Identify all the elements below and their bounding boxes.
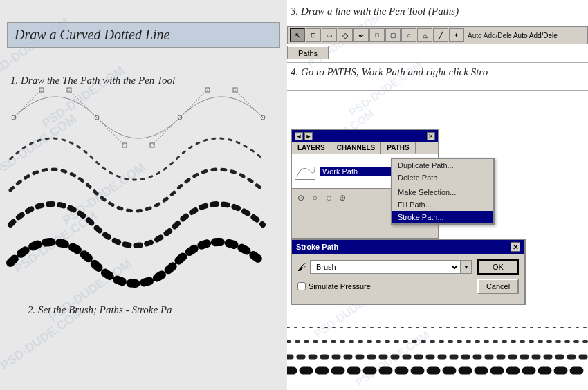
divider-2	[287, 90, 588, 91]
step2-label: 2. Set the Brush; Paths - Stroke Pa	[28, 304, 172, 316]
context-stroke-path[interactable]: Stroke Path...	[392, 211, 493, 223]
dialog-body: 🖌 Brush ▼ OK Simulate Pressure Cancel	[292, 254, 524, 304]
path-select-btn[interactable]: ⊡	[306, 28, 321, 42]
dialog-titlebar: Stroke Path ✕	[292, 240, 524, 254]
context-duplicate-path[interactable]: Duplicate Path...	[392, 159, 493, 171]
svg-line-7	[152, 118, 180, 145]
title-banner: Draw a Curved Dotted Line	[7, 22, 280, 48]
path-thumbnail	[295, 162, 315, 180]
panel-collapse-btn[interactable]: ◄	[295, 132, 303, 140]
bottom-dotted-lines	[287, 321, 588, 376]
circle-btn[interactable]: ○	[308, 192, 322, 204]
tab-paths[interactable]: PATHS	[381, 142, 415, 154]
divider-1	[287, 62, 588, 63]
select-arrow[interactable]: ▼	[461, 260, 472, 274]
svg-line-4	[14, 90, 42, 118]
context-delete-path[interactable]: Delete Path	[392, 171, 493, 184]
dotted-circle-btn[interactable]: ⊙	[294, 192, 308, 204]
context-menu: Duplicate Path... Delete Path Make Selec…	[391, 158, 495, 225]
context-fill-path[interactable]: Fill Path...	[392, 198, 493, 211]
stroke-path-dialog: Stroke Path ✕ 🖌 Brush ▼ OK Simulate Pres…	[291, 239, 526, 305]
shape-custom-btn[interactable]: ✦	[449, 28, 464, 42]
shape-poly-btn[interactable]: △	[417, 28, 432, 42]
page-title: Draw a Curved Dotted Line	[15, 27, 169, 42]
left-panel: PSD-DUDE.COM PSD-DUDE.COM PSD-DUDE.COM P…	[0, 0, 287, 390]
paths-tab-label: Paths	[298, 49, 318, 57]
simulate-pressure-checkbox[interactable]	[297, 282, 306, 290]
shape-ellipse-btn[interactable]: ○	[401, 28, 416, 42]
wave-illustration	[0, 83, 287, 311]
step1-label: 1. Draw the The Path with the Pen Tool	[10, 75, 175, 86]
tool-row: 🖌 Brush ▼ OK	[297, 259, 519, 275]
tab-layers[interactable]: LAYERS	[292, 142, 331, 154]
panel-expand-btn[interactable]: ►	[304, 132, 313, 140]
shape-rect-btn[interactable]: □	[369, 28, 385, 42]
paths-tab-indicator: Paths	[287, 46, 329, 59]
simulate-pressure-checkbox-row: Simulate Pressure	[297, 282, 371, 290]
context-menu-divider	[392, 185, 493, 185]
pen-tool-btn[interactable]: ◇	[338, 28, 353, 42]
arrow-tool-btn[interactable]: ↖	[290, 28, 305, 42]
shape-round-btn[interactable]: ▢	[385, 28, 401, 42]
context-make-selection[interactable]: Make Selection...	[392, 186, 493, 198]
right-panel: PSD-DUDE.COM PSD-DUDE.COM PSD-DUDE.COM P…	[287, 0, 588, 390]
auto-add-label: Auto Add/Dele	[468, 32, 512, 39]
panel-title-icons: ◄ ►	[295, 132, 313, 140]
brush-icon: 🖌	[297, 261, 307, 272]
floppy-btn[interactable]: ⊕	[336, 192, 349, 204]
tool-select[interactable]: Brush	[310, 260, 461, 274]
toolbar-strip: ↖ ⊡ ▭ ◇ ✒ □ ▢ ○ △ ╱ ✦ Auto Add/	[287, 26, 588, 44]
svg-line-9	[235, 90, 263, 118]
panel-titlebar: ◄ ► ✕	[292, 130, 438, 142]
panel-close-btn[interactable]: ✕	[427, 132, 435, 140]
step4-label: 4. Go to PATHS, Work Path and right clic…	[291, 66, 488, 78]
panel-tabs: LAYERS CHANNELS PATHS	[292, 142, 438, 154]
svg-line-8	[180, 90, 208, 118]
shape-line-btn[interactable]: ╱	[433, 28, 448, 42]
cancel-button[interactable]: Cancel	[477, 279, 519, 294]
folder-btn[interactable]: ⌽	[322, 192, 336, 204]
dialog-title: Stroke Path	[296, 243, 338, 251]
ok-button[interactable]: OK	[477, 259, 519, 275]
auto-add-text: Auto Add/Dele	[513, 32, 558, 39]
tab-channels[interactable]: CHANNELS	[331, 142, 382, 154]
svg-line-6	[97, 118, 125, 145]
simulate-pressure-label: Simulate Pressure	[309, 282, 371, 290]
step3-label: 3. Draw a line with the Pen Tool (Paths)	[291, 6, 459, 17]
dialog-close-btn[interactable]: ✕	[511, 242, 520, 252]
simulate-row: Simulate Pressure Cancel	[297, 279, 519, 294]
pen-freeform-btn[interactable]: ✒	[353, 28, 369, 42]
svg-line-5	[69, 90, 97, 118]
rect-shape-btn[interactable]: ▭	[322, 28, 337, 42]
